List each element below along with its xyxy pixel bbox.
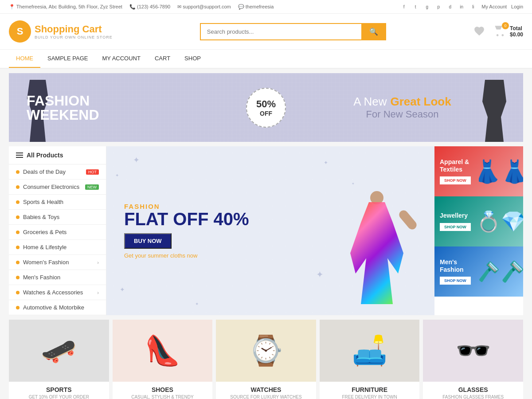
- top-bar-left: 📍 Themefreesia, Abc Building, 5th Floor,…: [9, 4, 274, 10]
- furniture-desc: FREE DELIVERY IN TOWN: [320, 395, 420, 399]
- shoes-name: SHOES: [113, 386, 213, 393]
- panel-mens-content: Men's Fashion SHOP NOW: [434, 246, 483, 297]
- phone: 📞 (123) 456-7890: [129, 4, 170, 10]
- sports-icon: 🛹: [41, 334, 77, 368]
- sidebar-item-mens[interactable]: Men's Fashion: [9, 270, 106, 285]
- mens-fashion-icon: 🪒: [479, 261, 500, 282]
- jewellery-icon: 💍: [479, 210, 501, 233]
- sports-image: 🛹: [9, 320, 109, 382]
- watches-image: ⌚: [216, 320, 316, 382]
- banner-percent: 50%: [256, 98, 276, 110]
- search-button[interactable]: 🔍: [361, 23, 386, 40]
- furniture-icon: 🛋️: [352, 334, 387, 368]
- cart-icon-wrap: 0: [494, 25, 506, 39]
- banner-discount-circle: 50% OFF: [246, 88, 286, 128]
- sidebar-title: All Products: [9, 146, 106, 164]
- hot-badge: HOT: [86, 169, 99, 175]
- googleplus-icon[interactable]: g: [423, 3, 431, 11]
- panel-apparel[interactable]: Apparel & Textiles SHOP NOW 👗: [434, 146, 523, 196]
- category-shoes[interactable]: 👠 SHOES CASUAL, STYLISH & TRENDY: [113, 320, 213, 399]
- top-bar-right: f t g p d in li My Account Login: [400, 3, 523, 11]
- bullet-icon: [16, 261, 20, 264]
- furniture-image: 🛋️: [320, 320, 420, 382]
- sidebar-item-watches[interactable]: Watches & Accessories ›: [9, 285, 106, 300]
- bullet-icon: [16, 306, 20, 309]
- bullet-icon: [16, 276, 20, 279]
- nav-shop[interactable]: SHOP: [177, 50, 208, 68]
- nav-my-account[interactable]: MY ACCOUNT: [95, 50, 148, 68]
- email: ✉ support@support.com: [177, 4, 231, 10]
- panel-jewellery-content: Jewellery SHOP NOW: [434, 196, 483, 246]
- sidebar-item-home[interactable]: Home & Lifestyle: [9, 240, 106, 255]
- right-panels: Apparel & Textiles SHOP NOW 👗 Jewellery …: [434, 146, 523, 315]
- banner-weekend-text: WEEKEND: [27, 108, 233, 122]
- top-bar: 📍 Themefreesia, Abc Building, 5th Floor,…: [0, 0, 532, 14]
- banner-season-text: For New Season: [299, 109, 505, 120]
- panel-apparel-button[interactable]: SHOP NOW: [440, 176, 471, 184]
- category-sports[interactable]: 🛹 SPORTS GET 10% OFF YOUR ORDER: [9, 320, 109, 399]
- pinterest-icon[interactable]: p: [434, 3, 442, 11]
- dribbble-icon[interactable]: d: [446, 3, 454, 11]
- panel-jewellery-title: Jewellery: [440, 212, 478, 219]
- sidebar-item-automotive[interactable]: Automotive & Motorbike: [9, 300, 106, 315]
- sidebar: All Products Deals of the Day HOT Consum…: [9, 146, 106, 315]
- my-account-link[interactable]: My Account: [481, 4, 507, 9]
- login-link[interactable]: Login: [511, 4, 523, 9]
- facebook-icon[interactable]: f: [400, 3, 408, 11]
- search-input[interactable]: [200, 23, 361, 40]
- instagram-icon[interactable]: in: [458, 3, 466, 11]
- dress-icon: 👗: [479, 159, 501, 184]
- category-glasses[interactable]: 🕶️ GLASSES FASHION GLASSES FRAMES: [423, 320, 523, 399]
- model-arm-right: [397, 208, 418, 231]
- glasses-name: GLASSES: [423, 386, 523, 393]
- header-right: 0 Total $0.00: [473, 25, 523, 39]
- logo-text: Shopping Cart BUILD YOUR OWN ONLINE STOR…: [35, 23, 113, 39]
- bullet-icon: [16, 185, 20, 189]
- twitter-icon[interactable]: t: [411, 3, 419, 11]
- logo-area[interactable]: S Shopping Cart BUILD YOUR OWN ONLINE ST…: [9, 20, 113, 43]
- search-area: 🔍: [200, 23, 386, 40]
- address: 📍 Themefreesia, Abc Building, 5th Floor,…: [9, 4, 122, 10]
- main-content-area: All Products Deals of the Day HOT Consum…: [9, 146, 523, 315]
- sidebar-item-womens[interactable]: Women's Fashion ›: [9, 255, 106, 270]
- linkedin-icon[interactable]: li: [469, 3, 477, 11]
- promo-model-figure: [328, 173, 426, 315]
- panel-mens-button[interactable]: SHOP NOW: [440, 277, 471, 285]
- glasses-icon: 🕶️: [455, 334, 491, 368]
- furniture-name: FURNITURE: [320, 386, 420, 393]
- logo-icon: S: [9, 20, 31, 43]
- bullet-icon: [16, 215, 20, 219]
- watches-icon: ⌚: [248, 334, 284, 368]
- category-furniture[interactable]: 🛋️ FURNITURE FREE DELIVERY IN TOWN: [320, 320, 420, 399]
- promo-sub: Get your summer cloths now: [124, 252, 249, 259]
- panel-jewellery[interactable]: Jewellery SHOP NOW 💍: [434, 196, 523, 246]
- wishlist-area[interactable]: [473, 25, 485, 38]
- glasses-desc: FASHION GLASSES FRAMES: [423, 395, 523, 399]
- panel-mens-title: Men's Fashion: [440, 258, 478, 274]
- panel-mens-image: 🪒: [479, 246, 523, 297]
- sidebar-item-groceries[interactable]: Groceries & Pets: [9, 225, 106, 240]
- skype: 💬 themefreesia: [238, 4, 274, 10]
- banner-fashion-text: FASHION: [27, 94, 233, 108]
- panel-apparel-image: 👗: [479, 146, 523, 196]
- sidebar-item-deals[interactable]: Deals of the Day HOT: [9, 164, 106, 180]
- banner-new-text: A New: [353, 95, 387, 109]
- panel-jewellery-button[interactable]: SHOP NOW: [440, 223, 471, 231]
- nav-sample-page[interactable]: SAMPLE PAGE: [40, 50, 95, 68]
- sidebar-item-babies[interactable]: Babies & Toys: [9, 210, 106, 225]
- watches-desc: SOURCE FOR LUXURY WATCHES: [216, 395, 316, 399]
- nav-home[interactable]: HOME: [9, 50, 40, 68]
- header: S Shopping Cart BUILD YOUR OWN ONLINE ST…: [0, 14, 532, 50]
- new-badge: NEW: [85, 184, 99, 190]
- nav-cart[interactable]: CART: [148, 50, 177, 68]
- category-watches[interactable]: ⌚ WATCHES SOURCE FOR LUXURY WATCHES: [216, 320, 316, 399]
- sidebar-item-electronics[interactable]: Consumer Electronics NEW: [9, 180, 106, 195]
- cart-area[interactable]: 0 Total $0.00: [494, 25, 523, 39]
- banner-off: OFF: [260, 110, 272, 117]
- panel-apparel-content: Apparel & Textiles SHOP NOW: [434, 146, 483, 196]
- chevron-right-icon: ›: [97, 290, 99, 295]
- panel-mens-fashion[interactable]: Men's Fashion SHOP NOW 🪒: [434, 246, 523, 297]
- sidebar-item-sports[interactable]: Sports & Health: [9, 195, 106, 210]
- promo-buy-button[interactable]: BUY NOW: [124, 233, 172, 249]
- sports-name: SPORTS: [9, 386, 109, 393]
